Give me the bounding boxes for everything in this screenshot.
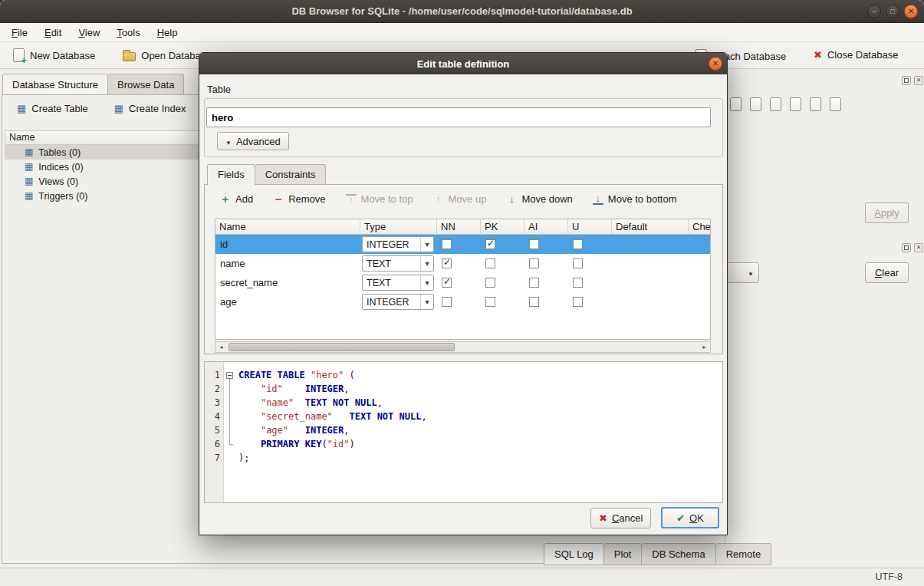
- tab-db-schema[interactable]: DB Schema: [642, 543, 715, 565]
- undock-icon[interactable]: [902, 76, 911, 85]
- button-remove[interactable]: Remove: [267, 190, 331, 208]
- column-header-check[interactable]: Check: [689, 219, 711, 235]
- chevron-down-icon[interactable]: [420, 237, 433, 252]
- default-cell[interactable]: [612, 292, 689, 311]
- clear-label: Clear: [875, 267, 899, 278]
- field-row-age[interactable]: ageINTEGER: [215, 292, 710, 311]
- ai-checkbox[interactable]: [529, 258, 539, 268]
- cancel-button[interactable]: Cancel: [590, 508, 651, 528]
- type-combobox[interactable]: INTEGER: [362, 236, 434, 252]
- field-name-cell[interactable]: id: [215, 235, 360, 254]
- column-header-name[interactable]: Name: [215, 219, 360, 235]
- check-cell[interactable]: [689, 273, 711, 292]
- tree-item-label: Indices (0): [38, 162, 83, 173]
- ok-button[interactable]: OK: [661, 507, 719, 528]
- pk-checkbox[interactable]: [485, 278, 495, 288]
- check-cell[interactable]: [689, 292, 711, 311]
- type-combobox[interactable]: TEXT: [362, 275, 434, 291]
- line-number: 2: [205, 382, 223, 396]
- tab-sql-log[interactable]: SQL Log: [544, 543, 604, 565]
- document-icon[interactable]: [790, 97, 801, 111]
- menu-item-view[interactable]: View: [70, 25, 108, 41]
- field-name-cell[interactable]: age: [215, 292, 360, 311]
- tab-fields[interactable]: Fields: [207, 164, 255, 186]
- minimize-icon[interactable]: –: [867, 5, 881, 18]
- undock-icon[interactable]: [902, 243, 911, 252]
- field-row-id[interactable]: idINTEGER: [215, 235, 710, 254]
- tab-database-structure[interactable]: Database Structure: [2, 74, 108, 95]
- check-cell[interactable]: [689, 254, 711, 273]
- field-row-name[interactable]: nameTEXT: [215, 254, 710, 273]
- ai-checkbox[interactable]: [529, 278, 539, 288]
- new-database-button[interactable]: New Database: [6, 45, 102, 65]
- tab-remote[interactable]: Remote: [716, 543, 772, 565]
- maximize-icon[interactable]: □: [886, 5, 899, 18]
- nn-checkbox[interactable]: [442, 258, 452, 268]
- dialog-close-icon[interactable]: ✕: [709, 57, 722, 71]
- column-header-type[interactable]: Type: [360, 219, 437, 235]
- button-move-to-bottom[interactable]: Move to bottom: [587, 190, 683, 208]
- document-icon[interactable]: [750, 97, 761, 111]
- menu-item-file[interactable]: File: [3, 25, 36, 41]
- nn-checkbox[interactable]: [442, 278, 452, 288]
- chevron-down-icon[interactable]: [420, 256, 433, 271]
- type-combobox[interactable]: TEXT: [362, 255, 434, 272]
- nn-checkbox[interactable]: [442, 239, 452, 249]
- chevron-down-icon[interactable]: [420, 295, 433, 309]
- default-cell[interactable]: [612, 235, 689, 254]
- ai-checkbox[interactable]: [529, 239, 539, 249]
- document-icon[interactable]: [770, 97, 781, 111]
- advanced-toggle[interactable]: Advanced: [217, 132, 289, 150]
- clear-button[interactable]: Clear: [865, 262, 909, 283]
- document-icon[interactable]: [830, 97, 841, 111]
- pk-checkbox[interactable]: [485, 297, 495, 307]
- field-row-secret-name[interactable]: secret_nameTEXT: [215, 273, 710, 292]
- check-cell[interactable]: [689, 235, 711, 254]
- tab-browse-data[interactable]: Browse Data: [108, 74, 184, 95]
- u-checkbox[interactable]: [573, 258, 583, 268]
- dock-close-icon[interactable]: [914, 243, 923, 252]
- dock-close-icon[interactable]: [914, 76, 923, 85]
- collapse-icon[interactable]: [226, 372, 233, 379]
- column-header-default[interactable]: Default: [612, 219, 689, 235]
- column-header-pk[interactable]: PK: [481, 219, 524, 235]
- tab-constraints[interactable]: Constraints: [255, 164, 327, 185]
- scroll-left-icon[interactable]: ◄: [215, 342, 227, 352]
- button-label: Move to bottom: [608, 193, 677, 205]
- field-name-cell[interactable]: secret_name: [215, 273, 360, 292]
- scrollbar-thumb[interactable]: [229, 343, 455, 351]
- nn-checkbox[interactable]: [442, 297, 452, 307]
- fold-column: [224, 362, 235, 502]
- pk-checkbox[interactable]: [485, 239, 495, 249]
- column-header-nn[interactable]: NN: [437, 219, 481, 235]
- u-checkbox[interactable]: [573, 239, 583, 249]
- table-name-input[interactable]: [206, 107, 711, 127]
- u-checkbox[interactable]: [573, 278, 583, 288]
- button-create-table[interactable]: Create Table: [10, 100, 95, 117]
- column-header-ai[interactable]: AI: [524, 219, 568, 235]
- menu-item-edit[interactable]: Edit: [36, 25, 70, 41]
- document-icon[interactable]: [810, 97, 821, 111]
- close-icon[interactable]: ✕: [904, 5, 918, 18]
- type-combobox[interactable]: INTEGER: [362, 294, 434, 310]
- close-database-button[interactable]: Close Database: [807, 46, 905, 64]
- tab-plot[interactable]: Plot: [604, 543, 642, 565]
- column-header-u[interactable]: U: [568, 219, 612, 235]
- horizontal-scrollbar[interactable]: ◄ ►: [215, 341, 711, 353]
- chevron-down-icon[interactable]: [420, 275, 433, 290]
- default-cell[interactable]: [612, 254, 689, 273]
- button-create-index[interactable]: Create Index: [107, 100, 193, 117]
- default-cell[interactable]: [612, 273, 689, 292]
- button-move-down[interactable]: Move down: [500, 190, 578, 208]
- move-to-bottom-icon: [593, 194, 603, 205]
- button-add[interactable]: Add: [214, 190, 259, 208]
- u-checkbox[interactable]: [573, 297, 583, 307]
- menu-item-tools[interactable]: Tools: [108, 25, 148, 41]
- scroll-right-icon[interactable]: ►: [699, 342, 710, 352]
- pk-checkbox[interactable]: [485, 258, 495, 268]
- encoding-indicator[interactable]: UTF-8: [876, 571, 903, 582]
- ai-checkbox[interactable]: [529, 297, 539, 307]
- menu-item-help[interactable]: Help: [149, 25, 186, 41]
- field-name-cell[interactable]: name: [215, 254, 360, 273]
- document-icon[interactable]: [730, 97, 742, 111]
